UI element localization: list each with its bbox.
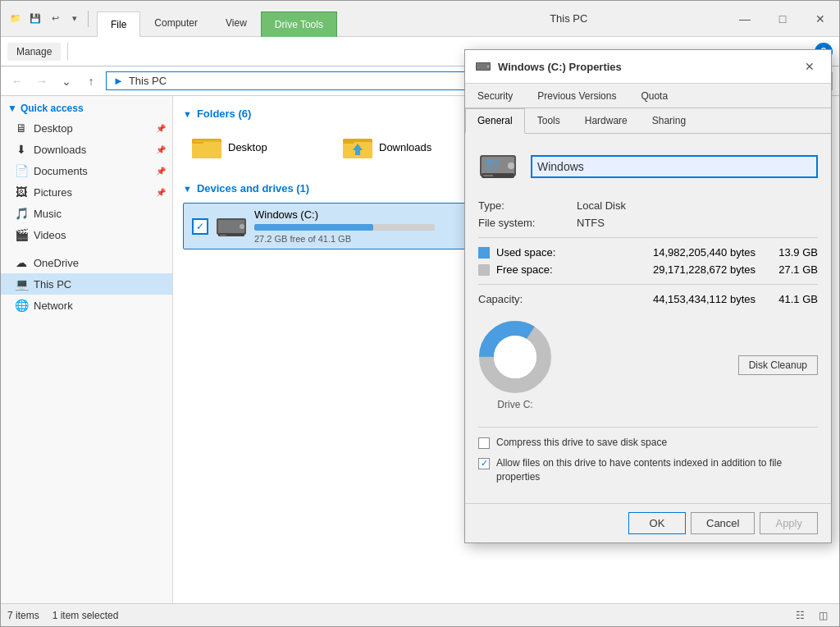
- separator: [478, 237, 818, 238]
- used-space-row: Used space: 14,982,205,440 bytes 13.9 GB: [478, 246, 818, 259]
- tab-general[interactable]: General: [465, 108, 525, 134]
- disk-cleanup-button[interactable]: Disk Cleanup: [738, 355, 818, 375]
- capacity-gb: 41.1 GB: [769, 293, 818, 305]
- donut-chart: [478, 320, 552, 394]
- svg-rect-29: [486, 165, 492, 170]
- free-gb: 27.1 GB: [769, 263, 818, 276]
- tab-previous-versions[interactable]: Previous Versions: [525, 84, 628, 108]
- capacity-label: Capacity:: [478, 293, 578, 305]
- dialog-tabs-row1: Security Previous Versions Quota: [465, 84, 831, 108]
- compress-checkbox[interactable]: [478, 437, 490, 449]
- properties-dialog: Windows (C:) Properties ✕ Security Previ…: [464, 49, 832, 543]
- separator2: [478, 284, 818, 285]
- used-bytes: 14,982,205,440 bytes: [578, 246, 769, 259]
- svg-rect-28: [493, 159, 499, 164]
- free-space-row: Free space: 29,171,228,672 bytes 27.1 GB: [478, 263, 818, 276]
- tab-sharing[interactable]: Sharing: [640, 108, 698, 133]
- filesystem-value: NTFS: [577, 217, 605, 229]
- tab-quota[interactable]: Quota: [628, 84, 680, 108]
- cancel-button[interactable]: Cancel: [691, 512, 755, 534]
- svg-rect-30: [493, 165, 499, 170]
- drive-c-label: Drive C:: [497, 399, 532, 410]
- dialog-tabs-row2: General Tools Hardware Sharing: [465, 108, 831, 134]
- svg-point-21: [487, 66, 490, 68]
- index-checkbox-row: ✓ Allow files on this drive to have cont…: [478, 456, 818, 484]
- dialog-close-button[interactable]: ✕: [798, 57, 821, 76]
- filesystem-row: File system: NTFS: [478, 217, 818, 229]
- type-row: Type: Local Disk: [478, 199, 818, 212]
- tab-security[interactable]: Security: [465, 84, 525, 108]
- dialog-overlay: Windows (C:) Properties ✕ Security Previ…: [0, 0, 840, 627]
- compress-checkbox-row: Compress this drive to save disk space: [478, 436, 818, 450]
- tab-hardware[interactable]: Hardware: [573, 108, 640, 133]
- tab-tools[interactable]: Tools: [525, 108, 573, 133]
- compress-label: Compress this drive to save disk space: [496, 436, 667, 450]
- donut-container: Drive C:: [478, 320, 552, 410]
- dialog-title-bar: Windows (C:) Properties ✕: [465, 50, 831, 84]
- index-label: Allow files on this drive to have conten…: [496, 456, 818, 484]
- free-bytes: 29,171,228,672 bytes: [578, 263, 769, 276]
- index-checkbox[interactable]: ✓: [478, 458, 490, 469]
- used-gb: 13.9 GB: [769, 246, 818, 259]
- separator3: [478, 427, 818, 428]
- ok-button[interactable]: OK: [628, 512, 686, 534]
- dialog-footer: OK Cancel Apply: [465, 503, 831, 542]
- svg-point-33: [494, 336, 536, 378]
- used-color-indicator: [478, 247, 490, 259]
- drive-header: [478, 147, 818, 186]
- svg-point-25: [508, 162, 514, 169]
- capacity-bytes: 44,153,434,112 bytes: [578, 293, 769, 305]
- disk-row: Drive C: Disk Cleanup: [478, 312, 818, 419]
- dialog-drive-icon: [475, 58, 491, 75]
- drive-name-input[interactable]: [531, 155, 818, 178]
- type-label: Type:: [478, 199, 577, 212]
- type-value: Local Disk: [577, 199, 626, 212]
- used-label: Used space:: [496, 246, 578, 259]
- tab-file[interactable]: File: [97, 11, 140, 37]
- dialog-content: Type: Local Disk File system: NTFS Used …: [465, 134, 831, 503]
- apply-button[interactable]: Apply: [760, 512, 818, 534]
- filesystem-label: File system:: [478, 217, 577, 229]
- svg-rect-27: [486, 159, 492, 164]
- svg-rect-26: [483, 175, 493, 176]
- drive-big-icon: [478, 147, 518, 186]
- free-label: Free space:: [496, 263, 578, 276]
- dialog-title-text: Windows (C:) Properties: [498, 61, 792, 73]
- capacity-row: Capacity: 44,153,434,112 bytes 41.1 GB: [478, 293, 818, 305]
- free-color-indicator: [478, 264, 490, 276]
